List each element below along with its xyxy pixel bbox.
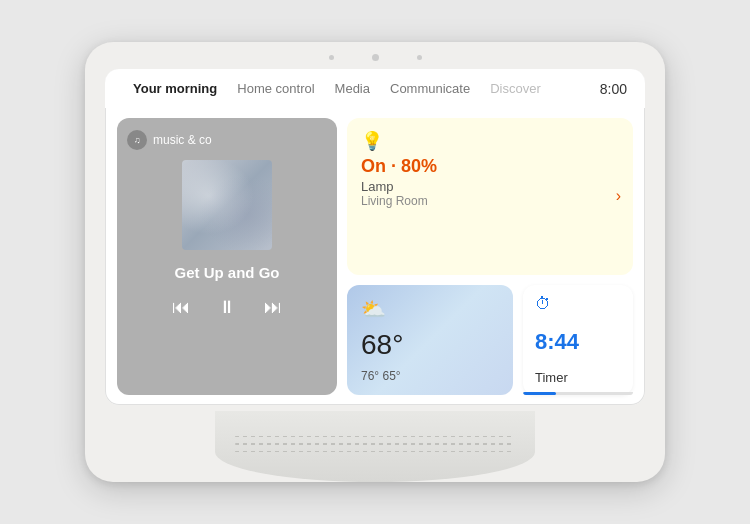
timer-time: 8:44 xyxy=(535,329,621,355)
music-header: ♫ music & co xyxy=(127,130,212,150)
weather-card[interactable]: ⛅ 68° 76° 65° xyxy=(347,285,513,395)
speaker-line-3 xyxy=(235,451,515,453)
album-art-inner xyxy=(182,160,272,250)
nav-your-morning[interactable]: Your morning xyxy=(123,79,227,98)
right-panel: 💡 On · 80% Lamp Living Room › ⛅ 68° 76° … xyxy=(347,118,633,395)
nav-media[interactable]: Media xyxy=(325,79,380,98)
timer-progress-bar xyxy=(523,392,633,395)
light-bulb-icon: 💡 xyxy=(361,130,619,152)
play-pause-button[interactable]: ⏸ xyxy=(215,295,239,319)
light-card[interactable]: 💡 On · 80% Lamp Living Room › xyxy=(347,118,633,275)
music-controls: ⏮ ⏸ ⏭ xyxy=(169,295,285,319)
music-panel[interactable]: ♫ music & co Get Up and Go ⏮ ⏸ ⏭ xyxy=(117,118,337,395)
weather-temperature: 68° xyxy=(361,329,499,361)
timer-card[interactable]: ⏱ 8:44 Timer xyxy=(523,285,633,395)
timer-progress-fill xyxy=(523,392,556,395)
prev-button[interactable]: ⏮ xyxy=(169,295,193,319)
chevron-right-icon: › xyxy=(616,187,621,205)
weather-range: 76° 65° xyxy=(361,369,499,383)
google-home-hub: Your morning Home control Media Communic… xyxy=(85,42,665,482)
speaker-line-2 xyxy=(235,443,515,445)
light-status: On · 80% xyxy=(361,156,619,177)
timer-clock-icon: ⏱ xyxy=(535,295,621,313)
light-location: Living Room xyxy=(361,194,619,208)
speaker-grille xyxy=(235,419,515,469)
device-top-bar xyxy=(85,54,665,69)
timer-label: Timer xyxy=(535,370,621,385)
weather-cloud-icon: ⛅ xyxy=(361,297,386,321)
speaker-line-1 xyxy=(235,436,515,438)
nav-bar: Your morning Home control Media Communic… xyxy=(105,69,645,108)
music-source-label: music & co xyxy=(153,133,212,147)
bottom-cards: ⛅ 68° 76° 65° ⏱ 8:44 Timer xyxy=(347,285,633,395)
nav-communicate[interactable]: Communicate xyxy=(380,79,480,98)
mic-dot-right xyxy=(417,55,422,60)
light-name: Lamp xyxy=(361,179,619,194)
mic-dot-left xyxy=(329,55,334,60)
nav-discover[interactable]: Discover xyxy=(480,79,551,98)
device-screen: Your morning Home control Media Communic… xyxy=(105,69,645,405)
camera-dot xyxy=(372,54,379,61)
weather-icon-row: ⛅ xyxy=(361,297,499,321)
album-art xyxy=(182,160,272,250)
main-content: ♫ music & co Get Up and Go ⏮ ⏸ ⏭ 💡 xyxy=(105,108,645,405)
device-base xyxy=(215,411,535,482)
next-button[interactable]: ⏭ xyxy=(261,295,285,319)
song-title: Get Up and Go xyxy=(175,264,280,281)
nav-home-control[interactable]: Home control xyxy=(227,79,324,98)
nav-time: 8:00 xyxy=(600,81,627,97)
music-app-icon: ♫ xyxy=(127,130,147,150)
